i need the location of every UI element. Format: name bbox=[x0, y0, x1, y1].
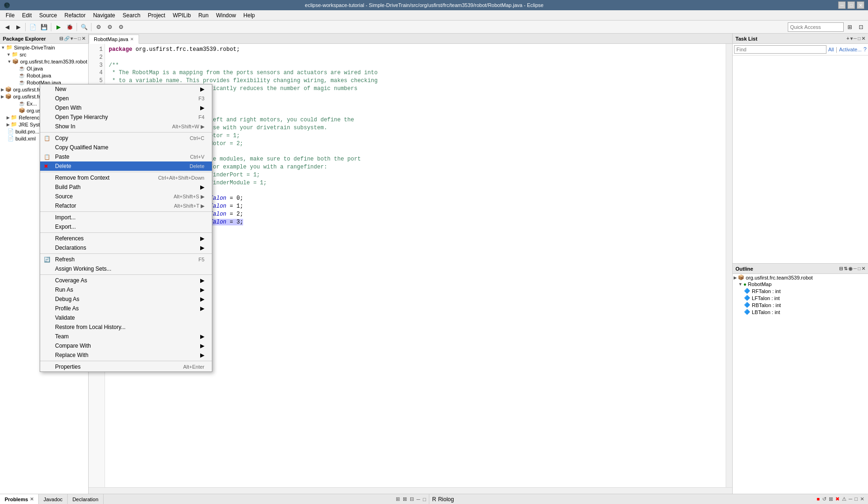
tab-declaration[interactable]: Declaration bbox=[68, 494, 104, 504]
ctx-run-as[interactable]: Run As ▶ bbox=[40, 285, 212, 294]
menu-wpilib[interactable]: WPILib bbox=[169, 11, 195, 20]
ctx-debug-as[interactable]: Debug As ▶ bbox=[40, 294, 212, 304]
ctx-delete[interactable]: ✖ Delete Delete bbox=[40, 161, 212, 171]
ctx-profile-as[interactable]: Profile As ▶ bbox=[40, 304, 212, 313]
tree-src[interactable]: ▼ 📁 src bbox=[0, 51, 88, 58]
tab-problems[interactable]: Problems ✕ bbox=[0, 494, 39, 504]
perspective-button[interactable]: ⊞ bbox=[845, 22, 855, 32]
tab-javadoc[interactable]: Javadoc bbox=[39, 494, 68, 504]
search-button[interactable]: 🔍 bbox=[79, 22, 89, 32]
riolog-close-icon[interactable]: ✕ bbox=[859, 496, 865, 503]
close-tasklist-icon[interactable]: ✕ bbox=[861, 36, 865, 41]
riolog-filter-icon[interactable]: ⊠ bbox=[828, 496, 834, 503]
forward-button[interactable]: ▶ bbox=[13, 22, 23, 32]
ctx-open-type-hierarchy[interactable]: Open Type Hierarchy F4 bbox=[40, 112, 212, 122]
menu-edit[interactable]: Edit bbox=[18, 11, 35, 20]
tree-org-robot[interactable]: ▼ 📦 org.usfirst.frc.team3539.robot bbox=[0, 58, 88, 65]
toolbar-extra3[interactable]: ⚙ bbox=[116, 22, 126, 32]
find-help-icon[interactable]: ? bbox=[863, 46, 867, 53]
toolbar-extra2[interactable]: ⚙ bbox=[105, 22, 115, 32]
debug-button[interactable]: 🐞 bbox=[64, 22, 75, 32]
tab-robotmap[interactable]: RobotMap.java ✕ bbox=[89, 35, 139, 44]
ctx-copy[interactable]: 📋 Copy Ctrl+C bbox=[40, 133, 212, 143]
riolog-reconnect-icon[interactable]: ↺ bbox=[821, 496, 827, 503]
ctx-references[interactable]: References ▶ bbox=[40, 234, 212, 243]
problems-maximize-icon[interactable]: □ bbox=[422, 496, 427, 503]
maximize-tasklist-icon[interactable]: □ bbox=[858, 36, 861, 41]
outline-rbtaon[interactable]: 🔷 RBTalon : int bbox=[733, 301, 868, 308]
close-outline-icon[interactable]: ✕ bbox=[861, 266, 865, 271]
ctx-open[interactable]: Open F3 bbox=[40, 94, 212, 103]
ctx-remove-context[interactable]: Remove from Context Ctrl+Alt+Shift+Down bbox=[40, 173, 212, 182]
ctx-open-with[interactable]: Open With ▶ bbox=[40, 103, 212, 112]
link-icon[interactable]: 🔗 bbox=[64, 36, 70, 41]
ctx-compare-with[interactable]: Compare With ▶ bbox=[40, 341, 212, 350]
ctx-coverage[interactable]: Coverage As ▶ bbox=[40, 276, 212, 285]
problems-minimize-icon[interactable]: ─ bbox=[416, 496, 421, 503]
filter-icon[interactable]: ▾ bbox=[850, 36, 853, 41]
run-button[interactable]: ▶ bbox=[53, 22, 63, 32]
outline-lbtaon[interactable]: 🔷 LBTalon : int bbox=[733, 308, 868, 315]
minimize-button[interactable]: ─ bbox=[838, 1, 846, 9]
new-task-icon[interactable]: + bbox=[847, 36, 849, 41]
toolbar-extra1[interactable]: ⚙ bbox=[93, 22, 104, 32]
riolog-minimize-icon[interactable]: ─ bbox=[848, 496, 854, 503]
menu-source[interactable]: Source bbox=[35, 11, 61, 20]
save-button[interactable]: 💾 bbox=[39, 22, 49, 32]
sort-outline-icon[interactable]: ⇅ bbox=[844, 266, 847, 271]
menu-window[interactable]: Window bbox=[212, 11, 240, 20]
tree-robot[interactable]: ☕ Robot.java bbox=[0, 72, 88, 79]
riolog-maximize-icon[interactable]: □ bbox=[854, 496, 859, 503]
quick-access-input[interactable] bbox=[788, 22, 844, 32]
ctx-validate[interactable]: Validate bbox=[40, 313, 212, 322]
find-activate-label[interactable]: Activate... bbox=[839, 47, 861, 52]
new-button[interactable]: 📄 bbox=[28, 22, 38, 32]
close-panel-icon[interactable]: ✕ bbox=[82, 36, 85, 41]
ctx-working-sets[interactable]: Assign Working Sets... bbox=[40, 264, 212, 273]
outline-class[interactable]: ▼ ● RobotMap bbox=[733, 281, 868, 287]
menu-file[interactable]: File bbox=[2, 11, 18, 20]
find-input[interactable] bbox=[734, 45, 826, 54]
riolog-warning-icon[interactable]: ⚠ bbox=[841, 496, 847, 503]
ctx-show-in[interactable]: Show In Alt+Shift+W ▶ bbox=[40, 122, 212, 131]
ctx-source[interactable]: Source Alt+Shift+S ▶ bbox=[40, 192, 212, 201]
editor-scrollbar[interactable] bbox=[726, 44, 732, 487]
menu-refactor[interactable]: Refactor bbox=[61, 11, 89, 20]
back-button[interactable]: ◀ bbox=[2, 22, 12, 32]
outline-rftaon[interactable]: 🔷 RFTalon : int bbox=[733, 287, 868, 294]
ctx-paste[interactable]: 📋 Paste Ctrl+V bbox=[40, 152, 212, 161]
find-all-label[interactable]: All bbox=[828, 47, 834, 52]
minimize-panel-icon[interactable]: ─ bbox=[74, 36, 77, 41]
tree-simple-drivetrain[interactable]: ▼ 📁 Simple-DriveTrain bbox=[0, 44, 88, 51]
close-button[interactable]: ✕ bbox=[857, 1, 864, 9]
perspective-button2[interactable]: ⊡ bbox=[856, 22, 866, 32]
ctx-replace-with[interactable]: Replace With ▶ bbox=[40, 350, 212, 360]
ctx-refresh[interactable]: 🔄 Refresh F5 bbox=[40, 255, 212, 264]
ctx-refactor[interactable]: Refactor Alt+Shift+T ▶ bbox=[40, 201, 212, 210]
ctx-restore-history[interactable]: Restore from Local History... bbox=[40, 322, 212, 332]
menu-help[interactable]: Help bbox=[240, 11, 259, 20]
ctx-import[interactable]: Import... bbox=[40, 213, 212, 222]
problems-collapse-icon[interactable]: ⊟ bbox=[409, 496, 415, 503]
problems-tab-close[interactable]: ✕ bbox=[30, 497, 34, 502]
menu-navigate[interactable]: Navigate bbox=[89, 11, 119, 20]
minimize-outline-icon[interactable]: ─ bbox=[854, 266, 857, 271]
ctx-copy-qualified[interactable]: Copy Qualified Name bbox=[40, 143, 212, 152]
outline-lftaon[interactable]: 🔷 LFTalon : int bbox=[733, 294, 868, 301]
ctx-export[interactable]: Export... bbox=[40, 222, 212, 231]
tab-close-icon[interactable]: ✕ bbox=[130, 37, 134, 42]
hide-outline-icon[interactable]: ◉ bbox=[848, 266, 853, 271]
ctx-declarations[interactable]: Declarations ▶ bbox=[40, 243, 212, 252]
riolog-error-icon[interactable]: ✖ bbox=[834, 496, 840, 503]
tree-oi[interactable]: ☕ OI.java bbox=[0, 65, 88, 72]
editor-bottom-scrollbar[interactable] bbox=[89, 487, 732, 494]
menu-search[interactable]: Search bbox=[119, 11, 144, 20]
ctx-build-path[interactable]: Build Path ▶ bbox=[40, 182, 212, 192]
ctx-new[interactable]: New ▶ bbox=[40, 84, 212, 94]
problems-expand-icon[interactable]: ⊠ bbox=[402, 496, 408, 503]
problems-filter-icon[interactable]: ⊞ bbox=[395, 496, 401, 503]
collapse-outline-icon[interactable]: ⊟ bbox=[839, 266, 843, 271]
maximize-outline-icon[interactable]: □ bbox=[858, 266, 861, 271]
ctx-properties[interactable]: Properties Alt+Enter bbox=[40, 362, 212, 371]
outline-package[interactable]: ▶ 📦 org.usfirst.frc.team3539.robot bbox=[733, 274, 868, 281]
